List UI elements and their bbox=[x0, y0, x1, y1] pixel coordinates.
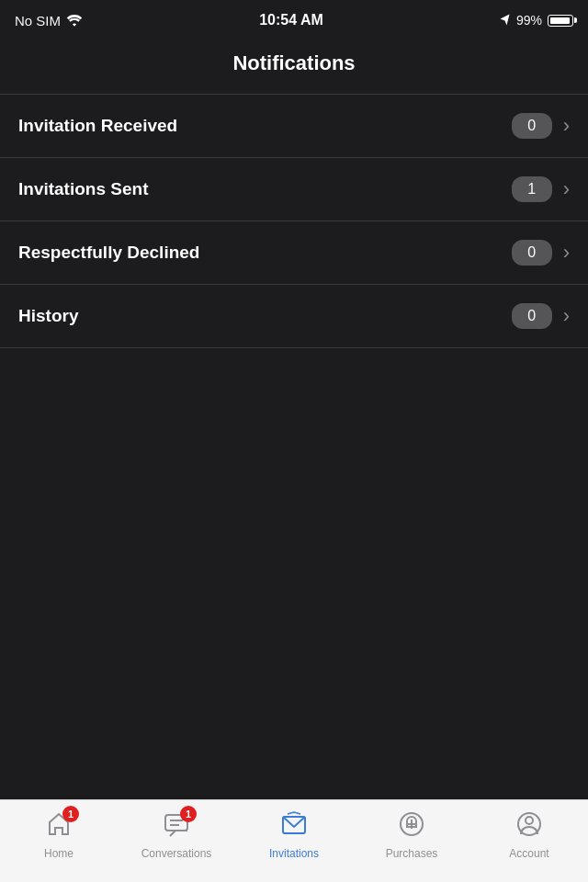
purchases-tab-label: Purchases bbox=[386, 847, 438, 860]
chevron-icon: › bbox=[563, 304, 570, 328]
list-item-label: Respectfully Declined bbox=[18, 243, 199, 263]
chevron-icon: › bbox=[563, 114, 570, 138]
purchases-icon-wrap bbox=[395, 809, 428, 842]
tab-purchases[interactable]: Purchases bbox=[353, 809, 470, 860]
list-item-badge: 0 bbox=[512, 303, 552, 329]
wifi-icon bbox=[66, 14, 83, 27]
status-battery: 99% bbox=[500, 13, 573, 28]
list-item-invitation-received[interactable]: Invitation Received 0 › bbox=[0, 94, 588, 158]
conversations-icon-wrap: 1 bbox=[160, 809, 193, 842]
account-icon-wrap bbox=[513, 809, 546, 842]
list-item-badge: 1 bbox=[512, 176, 552, 202]
list-item-badge: 0 bbox=[512, 113, 552, 139]
tab-account[interactable]: Account bbox=[470, 809, 588, 860]
svg-point-8 bbox=[526, 817, 533, 824]
purchases-icon bbox=[398, 810, 425, 842]
tab-conversations[interactable]: 1 Conversations bbox=[118, 809, 235, 860]
home-icon-wrap: 1 bbox=[42, 809, 75, 842]
account-icon bbox=[515, 810, 543, 842]
status-carrier: No SIM bbox=[15, 13, 83, 28]
notifications-list: Invitation Received 0 › Invitations Sent… bbox=[0, 94, 588, 348]
status-bar: No SIM 10:54 AM 99% bbox=[0, 0, 588, 40]
home-tab-label: Home bbox=[44, 847, 74, 860]
list-item-badge: 0 bbox=[512, 240, 552, 266]
list-item-invitations-sent[interactable]: Invitations Sent 1 › bbox=[0, 158, 588, 221]
tab-bar: 1 Home1 Conversations Invitations Purcha… bbox=[0, 799, 588, 882]
home-badge: 1 bbox=[62, 806, 79, 822]
status-time: 10:54 AM bbox=[259, 12, 323, 28]
list-item-label: Invitation Received bbox=[18, 116, 177, 136]
page-title: Notifications bbox=[0, 40, 588, 94]
invitations-tab-label: Invitations bbox=[269, 847, 319, 860]
invitations-icon-wrap bbox=[277, 809, 311, 842]
list-item-history[interactable]: History 0 › bbox=[0, 285, 588, 348]
tab-home[interactable]: 1 Home bbox=[0, 809, 118, 860]
chevron-icon: › bbox=[563, 177, 570, 201]
location-icon bbox=[500, 14, 511, 27]
list-item-label: History bbox=[18, 306, 78, 326]
account-tab-label: Account bbox=[509, 847, 548, 860]
chevron-icon: › bbox=[563, 241, 570, 265]
list-item-label: Invitations Sent bbox=[18, 179, 148, 199]
list-item-respectfully-declined[interactable]: Respectfully Declined 0 › bbox=[0, 221, 588, 285]
battery-icon bbox=[548, 15, 573, 27]
conversations-badge: 1 bbox=[180, 806, 197, 822]
invitations-icon bbox=[280, 810, 308, 842]
conversations-tab-label: Conversations bbox=[141, 847, 212, 860]
tab-invitations[interactable]: Invitations bbox=[235, 809, 353, 860]
